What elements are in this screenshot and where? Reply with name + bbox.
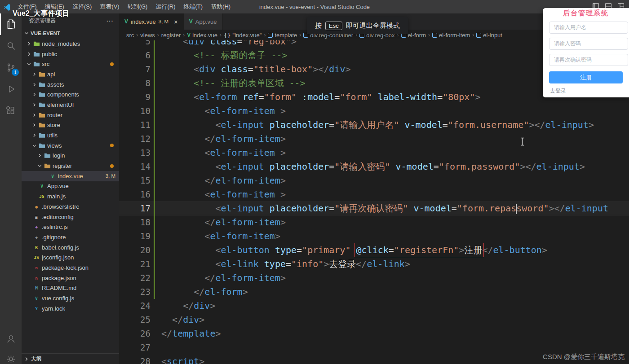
breadcrumb-item-el-form-item[interactable]: el-form-item [432,32,470,39]
project-label-overlay: Vue2_大事件项目 [13,9,70,18]
tree-item-.editorconfig[interactable]: ≡.editorconfig [22,212,119,222]
tree-item-.browserslistrc[interactable]: ●.browserslistrc [22,202,119,212]
tree-item-.eslintrc.js[interactable]: ◆.eslintrc.js [22,222,119,232]
tree-item-assets[interactable]: assets [22,79,119,90]
breadcrumb-item--index.vue-[interactable]: {}"index.vue" [224,32,262,39]
tree-item-src[interactable]: src [22,59,119,69]
folder-icon [38,122,46,128]
activity-settings-icon[interactable] [0,354,22,364]
code-line-11[interactable]: 11 <el-input placeholder="请输入用户名" v-mode… [119,118,629,132]
tree-item-elementui[interactable]: elementUI [22,100,119,110]
activity-account-icon[interactable] [0,333,22,344]
code-line-17[interactable]: 17 <el-input placeholder="请再次确认密码" v-mod… [119,202,629,215]
code-line-12[interactable]: 12 </el-form-item> [119,132,629,146]
tree-item-api[interactable]: api [22,69,119,79]
line-number: 14 [119,160,151,174]
breadcrumb-label: "index.vue" [233,32,262,39]
outline-section[interactable]: 大纲 [22,353,119,364]
preview-input[interactable]: 请再次确认密码 [549,54,628,66]
line-content: </div> [161,299,629,313]
activity-run-debug-icon[interactable] [0,78,22,100]
breadcrumb-item-template[interactable]: template [268,32,297,39]
more-actions-icon[interactable]: ⋯ [106,17,114,25]
code-line-22[interactable]: 22 </el-form-item> [119,271,629,285]
gutter [151,90,161,104]
menu-item-终端T[interactable]: 终端(T) [179,0,207,13]
tree-item-.gitignore[interactable]: ◆.gitignore [22,232,119,242]
gutter [151,188,161,202]
code-line-25[interactable]: 25 </div> [119,313,629,327]
modified-dot [110,144,114,147]
tree-item-yarn.lock[interactable]: Yyarn.lock [22,303,119,314]
code-line-21[interactable]: 21 <el-link type="info">去登录</el-link> [119,257,629,271]
tree-item-register[interactable]: register [22,161,119,171]
tree-item-router[interactable]: router [22,110,119,120]
modified-dot [110,62,114,66]
vscode-window: 文件(F)编辑(E)选择(S)查看(V)转到(G)运行(R)终端(T)帮助(H)… [0,0,629,364]
menu-item-查看V[interactable]: 查看(V) [96,0,123,13]
tree-item-utils[interactable]: utils [22,130,119,140]
chevron-right-icon [31,112,38,118]
menu-item-运行R[interactable]: 运行(R) [151,0,179,13]
code-line-15[interactable]: 15 </el-form-item> [119,174,629,188]
code-line-24[interactable]: 24 </div> [119,299,629,313]
folder-icon [32,61,40,67]
tab-app.vue[interactable]: VApp.vue [184,13,223,30]
preview-input[interactable]: 请输入用户名 [549,22,628,34]
preview-input[interactable]: 请输入密码 [549,38,628,50]
register-button[interactable]: 注册 [549,71,623,83]
tree-item-index.vue[interactable]: Vindex.vue3, M [22,171,119,181]
line-number: 10 [119,104,151,118]
go-login-link[interactable]: 去登录 [550,87,566,95]
code-line-13[interactable]: 13 <el-form-item > [119,146,629,160]
gutter [151,202,161,215]
menu-item-选择S[interactable]: 选择(S) [68,0,96,13]
code-line-19[interactable]: 19 <el-form-item> [119,229,629,243]
tree-item-babel.config.js[interactable]: Bbabel.config.js [22,242,119,253]
tree-item-jsconfig.json[interactable]: JSjsconfig.json [22,252,119,263]
line-content: <el-form-item > [161,188,629,202]
code-line-18[interactable]: 18 </el-form-item> [119,215,629,229]
activity-source-control-icon[interactable]: 1 [0,57,22,78]
breadcrumb-separator: › [472,32,474,38]
code-line-14[interactable]: 14 <el-input placeholder="请输入密码" v-model… [119,160,629,174]
chevron-right-icon [31,82,38,88]
breadcrumb-item-views[interactable]: views [140,32,155,39]
line-content: <el-form-item> [161,229,629,243]
line-content: <el-button type="primary" @click="regist… [161,243,629,257]
close-icon[interactable]: × [174,18,178,25]
tree-item-views[interactable]: views [22,140,119,151]
file-icon: n [32,276,40,281]
code-line-16[interactable]: 16 <el-form-item > [119,188,629,202]
tree-item-main.js[interactable]: JSmain.js [22,191,119,202]
activity-extensions-icon[interactable] [0,100,22,121]
tab-index.vue[interactable]: Vindex.vue3, M× [119,13,184,30]
breadcrumb-item-el-input[interactable]: el-input [476,32,502,39]
breadcrumb-separator: › [264,32,266,38]
tree-item-app.vue[interactable]: VApp.vue [22,181,119,192]
breadcrumb-item-src[interactable]: src [126,32,134,39]
tree-item-node-modules[interactable]: node_modules [22,39,119,49]
tree-item-vue.config.js[interactable]: Vvue.config.js [22,293,119,303]
menu-item-转到G[interactable]: 转到(G) [124,0,152,13]
tree-item-readme.md[interactable]: MREADME.md [22,283,119,294]
code-line-23[interactable]: 23 </el-form> [119,285,629,299]
code-line-20[interactable]: 20 <el-button type="primary" @click="reg… [119,243,629,257]
tree-item-login[interactable]: login [22,151,119,161]
breadcrumb-item-register[interactable]: register [161,32,181,39]
tree-item-package.json[interactable]: npackage.json [22,273,119,283]
tree-item-public[interactable]: public [22,49,119,59]
tree-item-store[interactable]: store [22,120,119,131]
breadcrumb-item-index.vue[interactable]: Vindex.vue [187,32,217,39]
code-line-26[interactable]: 26</template> [119,327,629,341]
tree-item-components[interactable]: components [22,89,119,100]
line-number: 8 [119,76,151,90]
workspace-section-header[interactable]: VUE-EVENT [22,28,119,39]
activity-search-icon[interactable] [0,35,22,57]
code-line-10[interactable]: 10 <el-form-item > [119,104,629,118]
folder-icon [32,51,40,57]
line-content: <el-link type="info">去登录</el-link> [161,257,629,271]
menu-item-帮助H[interactable]: 帮助(H) [207,0,235,13]
gutter [151,76,161,90]
tree-item-package-lock.json[interactable]: npackage-lock.json [22,263,119,273]
